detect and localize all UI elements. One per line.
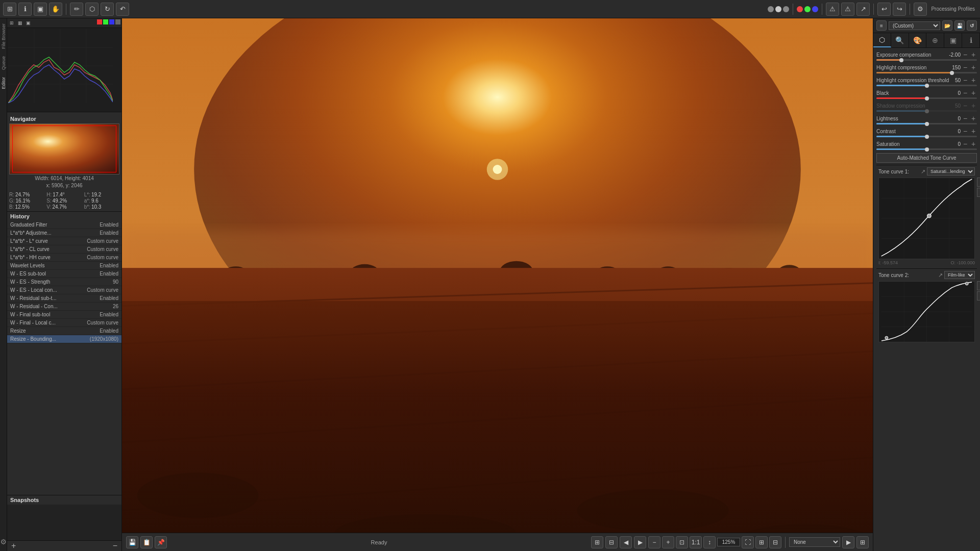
tone-curve-2-canvas[interactable] xyxy=(878,281,975,342)
highlight-compression-slider[interactable] xyxy=(876,72,977,73)
bottom-zoom-prev-btn[interactable]: ◀ xyxy=(620,536,632,548)
snapshot-remove-btn[interactable]: − xyxy=(113,542,117,550)
toolbar-layout-btn[interactable]: ⊞ xyxy=(3,3,16,16)
exposure-compensation-minus[interactable]: − xyxy=(962,51,969,58)
history-item[interactable]: L*a*b* - CL curveCustom curve xyxy=(7,245,121,254)
toolbar-redo-btn[interactable]: ↪ xyxy=(893,3,906,16)
histogram-btn-1[interactable]: ⊞ xyxy=(8,19,15,27)
toolbar-preview-btn[interactable]: ▣ xyxy=(34,3,47,16)
profile-list-btn[interactable]: ≡ xyxy=(876,20,887,31)
history-item[interactable]: W - ES - Strength90 xyxy=(7,278,121,286)
curve-2-node-add[interactable]: + xyxy=(977,281,980,290)
editor-tab[interactable]: Editor xyxy=(1,74,7,92)
tone-curve-1-type[interactable]: Saturati...lending xyxy=(927,167,975,176)
toolbar-export-btn[interactable]: ↗ xyxy=(856,3,870,16)
highlight-threshold-minus[interactable]: − xyxy=(962,77,969,84)
contrast-slider[interactable] xyxy=(876,136,977,137)
panel-icon-meta[interactable]: ℹ xyxy=(962,33,980,47)
lightness-minus[interactable]: − xyxy=(962,115,969,122)
history-item[interactable]: W - ES - Local con...Custom curve xyxy=(7,286,121,294)
panel-icon-detail[interactable]: 🔍 xyxy=(891,33,909,47)
queue-tab[interactable]: Queue xyxy=(1,53,7,73)
exposure-compensation-plus[interactable]: + xyxy=(970,51,977,58)
zoom-fit-btn[interactable]: ⊡ xyxy=(676,536,688,548)
auto-tone-curve-btn[interactable]: Auto-Matched Tone Curve xyxy=(876,153,977,163)
history-item[interactable]: W - Residual - Con...26 xyxy=(7,303,121,311)
zoom-fullscreen-btn[interactable]: ⛶ xyxy=(742,536,754,548)
zoom-dual-btn[interactable]: ⊟ xyxy=(769,536,781,548)
curve-1-node-add[interactable]: + xyxy=(977,178,980,187)
history-item[interactable]: W - Final sub-toolEnabled xyxy=(7,311,121,319)
toolbar-settings-btn[interactable]: ⚙ xyxy=(914,3,927,16)
profile-save-btn[interactable]: 💾 xyxy=(954,20,965,31)
toolbar-warning-btn[interactable]: ⚠ xyxy=(826,3,839,16)
tone-curve-1-canvas[interactable] xyxy=(878,178,975,259)
history-item[interactable]: ResizeEnabled xyxy=(7,327,121,335)
history-list[interactable]: Graduated FilterEnabledL*a*b* Adjustme..… xyxy=(7,221,121,495)
saturation-slider[interactable] xyxy=(876,148,977,150)
profile-dropdown[interactable]: None xyxy=(789,537,840,547)
toolbar-pencil-btn[interactable]: ✏ xyxy=(70,3,83,16)
highlight-threshold-plus[interactable]: + xyxy=(970,77,977,84)
bottom-zoom-next-btn[interactable]: ▶ xyxy=(634,536,646,548)
profile-select[interactable]: (Custom) xyxy=(889,21,940,30)
toolbar-warning2-btn[interactable]: ⚠ xyxy=(841,3,854,16)
file-browser-tab[interactable]: File Browser xyxy=(1,20,7,52)
bottom-zoom-fill-btn[interactable]: ⊟ xyxy=(605,536,618,548)
profile-load-btn[interactable]: 📂 xyxy=(942,20,952,31)
black-minus[interactable]: − xyxy=(962,89,969,96)
toolbar-rotate-btn[interactable]: ↻ xyxy=(101,3,114,16)
highlight-compression-plus[interactable]: + xyxy=(970,64,977,71)
panel-icon-transform[interactable]: ⊕ xyxy=(926,33,944,47)
zoom-out-btn[interactable]: − xyxy=(648,536,660,548)
toolbar-info-btn[interactable]: ℹ xyxy=(18,3,32,16)
bottom-export-btn[interactable]: ▶ xyxy=(842,536,854,548)
bottom-zoom-fit-btn[interactable]: ⊞ xyxy=(591,536,603,548)
panel-icon-color[interactable]: 🎨 xyxy=(909,33,927,47)
settings-tab[interactable]: ⚙ xyxy=(0,535,8,549)
toolbar-undo-btn[interactable]: ↩ xyxy=(877,3,891,16)
zoom-100-btn[interactable]: 1:1 xyxy=(690,536,702,548)
bstar-label: b*: xyxy=(84,204,90,210)
panel-icon-raw[interactable]: ▣ xyxy=(944,33,962,47)
histogram-btn-3[interactable]: ▣ xyxy=(24,19,32,27)
history-item[interactable]: L*a*b* - L* curveCustom curve xyxy=(7,237,121,245)
bottom-save-btn[interactable]: 💾 xyxy=(126,536,138,548)
image-area[interactable] xyxy=(122,18,873,533)
bottom-copy-btn[interactable]: 📋 xyxy=(140,536,153,548)
exposure-compensation-slider[interactable] xyxy=(876,59,977,61)
black-slider[interactable] xyxy=(876,97,977,99)
saturation-plus[interactable]: + xyxy=(970,140,977,147)
history-item[interactable]: W - Residual sub-t...Enabled xyxy=(7,294,121,303)
curve-2-node-remove[interactable]: − xyxy=(977,291,980,300)
zoom-expand-btn[interactable]: ⊞ xyxy=(755,536,768,548)
history-item[interactable]: Wavelet LevelsEnabled xyxy=(7,262,121,270)
history-item[interactable]: L*a*b* - HH curveCustom curve xyxy=(7,254,121,262)
toolbar-crop-btn[interactable]: ↶ xyxy=(116,3,129,16)
histogram-btn-2[interactable]: ▦ xyxy=(16,19,23,27)
bottom-paste-btn[interactable]: 📌 xyxy=(155,536,167,548)
profile-reset-btn[interactable]: ↺ xyxy=(967,20,977,31)
history-item[interactable]: Graduated FilterEnabled xyxy=(7,221,121,229)
history-item[interactable]: Resize - Bounding...(980x551) xyxy=(7,335,121,343)
toolbar-hand-btn[interactable]: ✋ xyxy=(49,3,62,16)
highlight-compression-minus[interactable]: − xyxy=(962,64,969,71)
snapshot-add-btn[interactable]: + xyxy=(11,542,16,550)
history-item[interactable]: W - Final - Local c...Custom curve xyxy=(7,319,121,327)
zoom-fit2-btn[interactable]: ↕ xyxy=(703,536,716,548)
panel-icon-exposure[interactable]: ⬡ xyxy=(873,33,891,47)
tone-curve-2-type[interactable]: Film-like xyxy=(944,271,975,279)
contrast-plus[interactable]: + xyxy=(970,128,977,135)
contrast-minus[interactable]: − xyxy=(962,128,969,135)
saturation-minus[interactable]: − xyxy=(962,140,969,147)
zoom-in-btn[interactable]: + xyxy=(662,536,674,548)
bottom-batch-btn[interactable]: ⊞ xyxy=(856,536,869,548)
highlight-threshold-slider[interactable] xyxy=(876,85,977,86)
black-plus[interactable]: + xyxy=(970,89,977,96)
lightness-plus[interactable]: + xyxy=(970,115,977,122)
history-item[interactable]: L*a*b* Adjustme...Enabled xyxy=(7,229,121,237)
history-item[interactable]: W - ES sub-toolEnabled xyxy=(7,270,121,278)
toolbar-shape-btn[interactable]: ⬡ xyxy=(85,3,99,16)
lightness-slider[interactable] xyxy=(876,123,977,124)
curve-1-node-remove[interactable]: − xyxy=(977,188,980,197)
